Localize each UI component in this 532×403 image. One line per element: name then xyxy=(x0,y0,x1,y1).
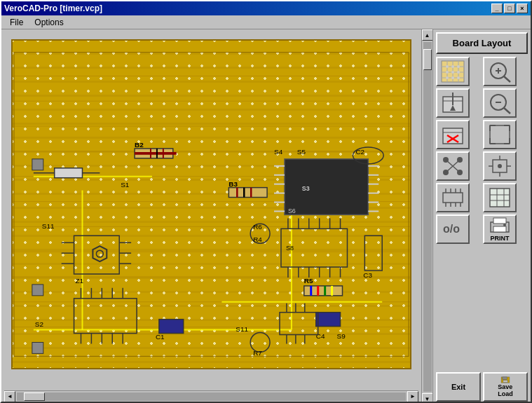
svg-rect-110 xyxy=(32,285,43,296)
v-scroll-thumb[interactable] xyxy=(423,49,432,70)
svg-rect-111 xyxy=(32,342,43,353)
right-panel: Board Layout xyxy=(432,29,531,403)
zoom-out-button[interactable] xyxy=(483,88,517,118)
svg-rect-107 xyxy=(364,235,382,271)
horizontal-scrollbar[interactable]: ◄ ► xyxy=(4,390,418,402)
grid2-button[interactable] xyxy=(483,183,517,212)
delete-button[interactable] xyxy=(436,120,470,149)
h-scroll-track[interactable] xyxy=(17,392,406,401)
svg-rect-147 xyxy=(443,128,463,144)
svg-rect-67 xyxy=(74,299,137,334)
svg-rect-29 xyxy=(229,188,267,198)
board-canvas[interactable]: D1 B2 xyxy=(4,32,418,390)
board-layout-button[interactable]: Board Layout xyxy=(436,32,528,54)
minimize-button[interactable]: _ xyxy=(491,4,503,13)
svg-point-132 xyxy=(457,71,460,74)
ratio-button[interactable]: o/o xyxy=(436,214,470,244)
svg-text:S3: S3 xyxy=(302,185,310,192)
svg-point-131 xyxy=(451,71,454,74)
svg-text:C1: C1 xyxy=(156,333,165,341)
exit-label: Exit xyxy=(451,383,465,391)
scroll-down-button[interactable]: ▼ xyxy=(422,393,433,403)
svg-point-59 xyxy=(96,250,103,257)
svg-rect-188 xyxy=(493,218,506,224)
svg-text:R5: R5 xyxy=(304,277,313,285)
svg-point-171 xyxy=(498,164,502,168)
svg-point-127 xyxy=(446,65,449,68)
zoom-in-icon xyxy=(487,60,512,83)
center-button[interactable] xyxy=(483,151,517,181)
menu-bar: File Options xyxy=(1,15,531,29)
svg-text:S11: S11 xyxy=(236,325,248,333)
svg-text:S6: S6 xyxy=(288,207,296,214)
svg-text:Z1: Z1 xyxy=(76,277,84,285)
component-icon xyxy=(440,186,465,210)
save-load-button[interactable]: Save Load xyxy=(483,372,528,402)
svg-point-135 xyxy=(457,76,460,79)
v-scroll-track[interactable] xyxy=(423,42,432,392)
menu-options[interactable]: Options xyxy=(29,16,69,29)
svg-text:R4: R4 xyxy=(253,235,262,243)
svg-text:B2: B2 xyxy=(135,141,144,149)
toolbar-grid: o/o PRINT xyxy=(436,57,528,244)
title-text: VeroCAD-Pro [timer.vcp] xyxy=(4,4,102,13)
svg-text:S5: S5 xyxy=(297,148,306,156)
svg-text:C3: C3 xyxy=(363,271,372,279)
zoom-in-button[interactable] xyxy=(483,57,517,86)
svg-text:S2: S2 xyxy=(35,320,44,328)
title-bar-buttons[interactable]: _ □ × xyxy=(491,4,528,13)
svg-text:S9: S9 xyxy=(337,332,346,340)
save-load-label: Save Load xyxy=(498,383,513,397)
vertical-scrollbar[interactable]: ▲ ▼ xyxy=(421,29,432,403)
fit-button[interactable] xyxy=(483,120,517,149)
svg-point-133 xyxy=(446,76,449,79)
svg-text:C2: C2 xyxy=(355,148,364,156)
maximize-button[interactable]: □ xyxy=(504,4,515,13)
close-button[interactable]: × xyxy=(517,4,528,13)
insert-button[interactable] xyxy=(436,88,470,118)
print-button[interactable]: PRINT xyxy=(483,214,517,244)
svg-rect-86 xyxy=(316,313,341,327)
svg-point-128 xyxy=(451,65,454,68)
svg-rect-172 xyxy=(443,193,463,203)
grid2-icon xyxy=(487,186,512,210)
svg-line-139 xyxy=(504,76,510,82)
svg-rect-78 xyxy=(159,320,184,334)
center-icon xyxy=(487,154,512,178)
svg-point-130 xyxy=(446,71,449,74)
print-label: PRINT xyxy=(491,235,510,242)
svg-rect-35 xyxy=(285,159,368,215)
svg-text:S4: S4 xyxy=(274,148,283,156)
menu-file[interactable]: File xyxy=(4,16,29,29)
svg-rect-113 xyxy=(280,313,318,335)
svg-text:B3: B3 xyxy=(229,180,238,188)
scroll-right-button[interactable]: ► xyxy=(407,391,418,402)
svg-text:R6: R6 xyxy=(253,223,262,231)
svg-text:S11: S11 xyxy=(42,222,55,230)
bottom-buttons: Exit Save Load xyxy=(436,372,528,402)
svg-point-134 xyxy=(451,76,454,79)
h-scroll-thumb[interactable] xyxy=(24,392,45,401)
svg-point-190 xyxy=(503,224,506,226)
svg-rect-181 xyxy=(490,189,510,207)
exit-button[interactable]: Exit xyxy=(436,372,481,402)
scroll-left-button[interactable]: ◄ xyxy=(4,391,15,402)
svg-point-129 xyxy=(457,65,460,68)
svg-text:R7: R7 xyxy=(253,349,262,357)
svg-rect-189 xyxy=(493,226,506,232)
svg-text:C4: C4 xyxy=(316,332,325,340)
svg-marker-58 xyxy=(93,246,107,261)
delete-icon xyxy=(440,123,465,146)
scroll-up-button[interactable]: ▲ xyxy=(422,29,433,41)
print-icon xyxy=(489,217,510,233)
pcb-schematic: D1 B2 xyxy=(13,41,410,368)
pcb-board[interactable]: D1 B2 xyxy=(11,39,411,369)
route-button[interactable] xyxy=(436,151,470,181)
component-button[interactable] xyxy=(436,183,470,212)
save-load-icon xyxy=(495,376,516,383)
svg-line-146 xyxy=(504,108,510,114)
route-icon xyxy=(440,154,465,178)
svg-text:S1: S1 xyxy=(121,181,130,189)
svg-rect-193 xyxy=(503,380,507,382)
grid-tool-button[interactable] xyxy=(436,57,470,86)
